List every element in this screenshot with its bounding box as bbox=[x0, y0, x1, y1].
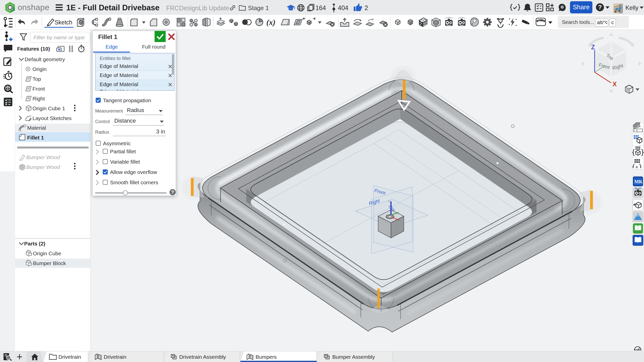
svg-text:Z: Z bbox=[591, 44, 595, 51]
svg-text:MK: MK bbox=[634, 179, 643, 184]
svg-text:X: X bbox=[613, 81, 617, 88]
svg-text:x: x bbox=[635, 164, 638, 169]
